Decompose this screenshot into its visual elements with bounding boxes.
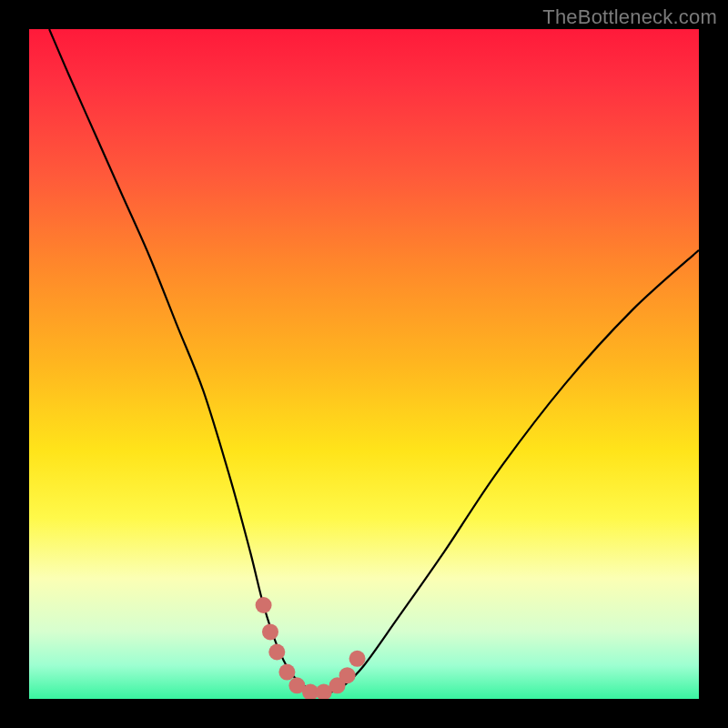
plot-area	[29, 29, 699, 699]
highlight-dot	[278, 664, 295, 681]
highlight-dots-group	[256, 597, 366, 699]
highlight-dot	[339, 667, 356, 683]
highlight-dot	[268, 644, 285, 661]
chart-frame: TheBottleneck.com	[0, 0, 728, 728]
highlight-dot	[349, 651, 366, 667]
chart-svg	[29, 29, 699, 699]
highlight-dot	[262, 623, 278, 640]
highlight-dot	[256, 597, 272, 613]
bottleneck-curve-path	[49, 29, 699, 693]
watermark-text: TheBottleneck.com	[542, 5, 717, 29]
